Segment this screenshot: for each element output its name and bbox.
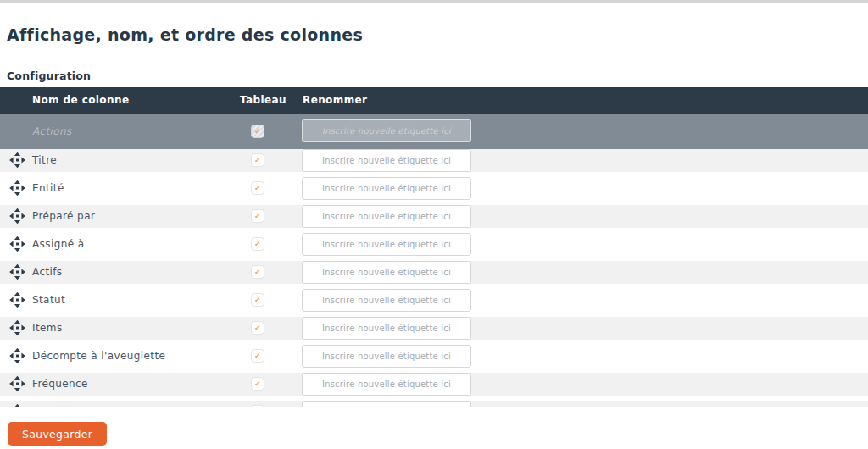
top-divider: [0, 0, 868, 3]
drag-handle-icon[interactable]: [9, 180, 25, 197]
row-checkbox[interactable]: ✓: [251, 405, 264, 407]
page-title: Affichage, nom, et ordre des colonnes: [7, 25, 363, 44]
drag-handle-icon[interactable]: [9, 403, 25, 407]
table-row-partial: ✓: [0, 401, 868, 407]
row-label: Assigné à: [32, 233, 84, 256]
rename-input[interactable]: [302, 233, 471, 256]
drag-handle-icon[interactable]: [9, 152, 25, 169]
save-button[interactable]: Sauvegarder: [8, 422, 107, 446]
drag-handle-icon[interactable]: [9, 291, 25, 308]
drag-handle-icon[interactable]: [9, 347, 25, 364]
row-label: Statut: [32, 289, 65, 312]
column-header-table: Tableau: [240, 87, 287, 114]
table-row: Titre ✓: [0, 149, 868, 172]
locked-row-label: Actions: [32, 114, 72, 149]
table-row: Entité ✓: [0, 177, 868, 200]
rename-input[interactable]: [302, 149, 471, 172]
row-label: Préparé par: [32, 205, 95, 228]
row-label: Titre: [32, 149, 57, 172]
column-header-name: Nom de colonne: [32, 87, 129, 114]
locked-row-actions: Actions ✓: [0, 114, 868, 149]
table-row: Items ✓: [0, 317, 868, 340]
column-header-rename: Renommer: [303, 87, 367, 114]
row-checkbox[interactable]: ✓: [251, 377, 264, 391]
row-checkbox[interactable]: ✓: [251, 293, 264, 307]
locked-rename-input: [302, 119, 471, 142]
table-row: Actifs ✓: [0, 261, 868, 284]
row-checkbox[interactable]: ✓: [251, 321, 264, 335]
drag-handle-icon[interactable]: [9, 208, 25, 224]
drag-handle-icon[interactable]: [9, 263, 25, 280]
rename-input[interactable]: [302, 373, 471, 396]
rename-input[interactable]: [302, 345, 471, 368]
rename-input[interactable]: [302, 289, 471, 312]
rename-input[interactable]: [302, 401, 471, 407]
row-label: Décompte à l'aveuglette: [32, 345, 165, 368]
section-label: Configuration: [7, 69, 91, 82]
locked-checkbox: ✓: [251, 125, 264, 138]
row-checkbox[interactable]: ✓: [251, 181, 264, 195]
drag-handle-icon[interactable]: [9, 236, 25, 252]
row-label: Entité: [32, 177, 64, 200]
table-row: Statut ✓: [0, 289, 868, 312]
table-row: Assigné à ✓: [0, 233, 868, 256]
table-row: Préparé par ✓: [0, 205, 868, 228]
rename-input[interactable]: [302, 261, 471, 284]
row-checkbox[interactable]: ✓: [251, 265, 264, 279]
row-label: Actifs: [32, 261, 63, 284]
table-row: Fréquence ✓: [0, 373, 868, 396]
table-row: Décompte à l'aveuglette ✓: [0, 345, 868, 368]
columns-config-table: Nom de colonne Tableau Renommer Actions …: [0, 87, 868, 407]
rename-input[interactable]: [302, 177, 471, 200]
drag-handle-icon[interactable]: [9, 319, 25, 336]
rename-input[interactable]: [302, 317, 471, 340]
row-label: Items: [32, 317, 63, 340]
drag-handle-icon[interactable]: [9, 375, 25, 392]
row-checkbox[interactable]: ✓: [251, 153, 264, 167]
row-checkbox[interactable]: ✓: [251, 349, 264, 363]
rows-container: Titre ✓ Entité ✓ Prépa: [0, 149, 868, 407]
row-label: Fréquence: [32, 373, 88, 396]
table-header-row: Nom de colonne Tableau Renommer: [0, 87, 868, 114]
rename-input[interactable]: [302, 205, 471, 228]
row-checkbox[interactable]: ✓: [251, 237, 264, 251]
row-checkbox[interactable]: ✓: [251, 209, 264, 223]
